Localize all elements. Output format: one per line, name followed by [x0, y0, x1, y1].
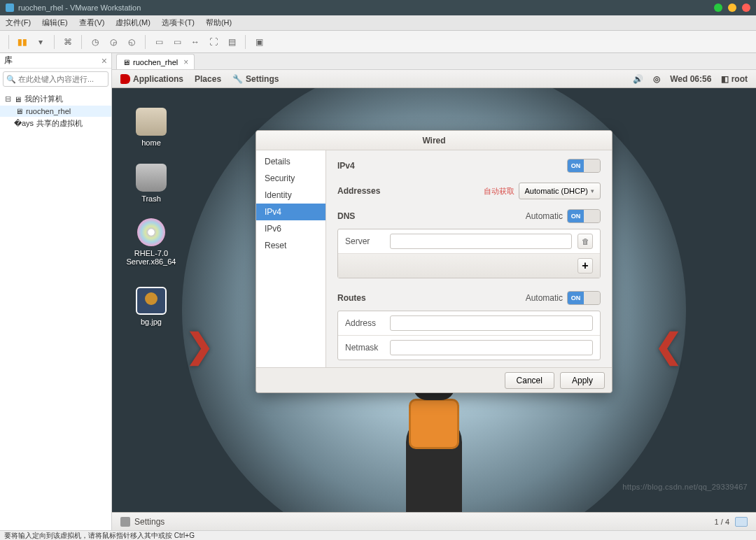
dns-server-label: Server: [345, 236, 384, 246]
fullscreen-button[interactable]: ▣: [251, 34, 267, 50]
tab-identity[interactable]: Identity: [256, 187, 326, 204]
menu-view[interactable]: 查看(V): [74, 17, 111, 28]
view-multiple-button[interactable]: ▤: [224, 34, 239, 50]
tree-shared-vms[interactable]: �ays 共享的虚拟机: [0, 117, 111, 130]
places-menu[interactable]: Places: [195, 74, 221, 84]
menu-tabs[interactable]: 选项卡(T): [156, 17, 200, 28]
wallpaper-arrow-left-icon: ❯: [186, 326, 214, 365]
status-text: 要将输入定向到该虚拟机，请将鼠标指针移入其中或按 Ctrl+G: [4, 531, 195, 541]
clock[interactable]: Wed 06:56: [670, 74, 711, 84]
snapshot-manage-button[interactable]: ◵: [124, 34, 139, 50]
view-fit-button[interactable]: ⛶: [206, 34, 221, 50]
view-console-button[interactable]: ▭: [151, 34, 167, 50]
power-dropdown[interactable]: ▾: [33, 34, 48, 50]
snapshot-revert-button[interactable]: ◶: [106, 34, 121, 50]
dns-panel: Server 🗑 +: [337, 229, 601, 278]
applications-menu[interactable]: Applications: [120, 74, 183, 84]
taskbar-settings[interactable]: Settings: [134, 517, 164, 527]
chevron-down-icon: ▾: [591, 187, 594, 194]
shared-icon: �ays: [14, 119, 34, 128]
desktop-trash-icon[interactable]: Trash: [123, 164, 179, 203]
dns-server-input[interactable]: [390, 234, 572, 249]
workspace-pager-label: 1 / 4: [715, 518, 729, 526]
dns-add-button[interactable]: +: [578, 258, 593, 273]
menu-file[interactable]: 文件(F): [0, 17, 36, 28]
library-close-icon[interactable]: ×: [102, 55, 107, 66]
dialog-content: IPv4 ON Addresses 自动获取: [326, 150, 612, 367]
desktop-home-icon[interactable]: home: [123, 108, 179, 147]
user-menu[interactable]: ◧ root: [721, 74, 748, 84]
gnome-top-bar: Applications Places 🔧 Settings 🔊 ◎ Wed 0…: [112, 70, 756, 88]
tab-ipv4[interactable]: IPv4: [256, 204, 326, 220]
routes-panel: Address Netmask: [337, 311, 601, 360]
menu-vm[interactable]: 虚拟机(M): [110, 17, 156, 28]
tab-reset[interactable]: Reset: [256, 237, 326, 254]
cancel-button[interactable]: Cancel: [505, 372, 554, 389]
window-title: ruochen_rhel - VMware Workstation: [18, 3, 141, 12]
apply-button[interactable]: Apply: [560, 372, 605, 389]
current-app-settings[interactable]: 🔧 Settings: [232, 74, 279, 84]
trash-icon: 🗑: [582, 237, 589, 246]
wrench-icon: [120, 517, 130, 527]
routes-auto-toggle[interactable]: ON: [567, 291, 601, 305]
accessibility-icon[interactable]: ◎: [653, 74, 660, 84]
route-address-label: Address: [345, 318, 384, 328]
library-tree: ⊟ 🖥 我的计算机 🖥 ruochen_rhel �ays 共享的虚拟机: [0, 90, 111, 133]
library-search[interactable]: 🔍 ▾: [3, 71, 108, 87]
snapshot-take-button[interactable]: ◷: [88, 34, 103, 50]
toolbar: ▮▮ ▾ ⌘ ◷ ◶ ◵ ▭ ▭ ↔ ⛶ ▤ ▣: [0, 31, 756, 53]
watermark: https://blog.csdn.net/qq_29339467: [622, 483, 748, 491]
search-icon: 🔍: [6, 75, 16, 84]
vm-tab-ruochen-rhel[interactable]: 🖥 ruochen_rhel ×: [116, 54, 195, 69]
library-panel: 库 × 🔍 ▾ ⊟ 🖥 我的计算机 🖥 ruochen_rhel �ays 共享…: [0, 53, 112, 530]
dns-auto-toggle[interactable]: ON: [567, 209, 601, 223]
desktop-cd-icon[interactable]: RHEL-7.0 Server.x86_64: [119, 218, 183, 266]
menu-help[interactable]: 帮助(H): [200, 17, 237, 28]
app-icon: [6, 3, 14, 12]
dialog-footer: Cancel Apply: [256, 367, 612, 392]
window-close-icon[interactable]: [742, 3, 750, 12]
volume-icon[interactable]: 🔊: [633, 74, 643, 84]
view-stretch-button[interactable]: ↔: [188, 34, 203, 50]
workspace-switcher[interactable]: [735, 517, 748, 527]
dns-delete-button[interactable]: 🗑: [578, 234, 593, 249]
trash-icon: [136, 164, 167, 192]
collapse-icon[interactable]: ⊟: [4, 94, 11, 104]
network-wired-dialog: Wired Details Security Identity IPv4 IPv…: [255, 130, 612, 393]
redhat-icon: [120, 74, 130, 84]
route-netmask-input[interactable]: [390, 340, 593, 355]
route-netmask-label: Netmask: [345, 343, 384, 353]
menu-edit[interactable]: 编辑(E): [36, 17, 74, 28]
os-title-bar: ruochen_rhel - VMware Workstation: [0, 0, 756, 15]
menu-bar: 文件(F) 编辑(E) 查看(V) 虚拟机(M) 选项卡(T) 帮助(H): [0, 15, 756, 31]
dns-auto-label: Automatic: [526, 211, 563, 221]
tab-details[interactable]: Details: [256, 153, 326, 170]
tree-my-computer[interactable]: ⊟ 🖥 我的计算机: [0, 92, 111, 106]
tree-vm-ruochen-rhel[interactable]: 🖥 ruochen_rhel: [0, 106, 111, 117]
library-search-input[interactable]: [18, 75, 115, 83]
view-unity-button[interactable]: ▭: [169, 34, 185, 50]
disc-icon: [137, 218, 165, 246]
monitor-icon: 🖥: [14, 95, 22, 104]
wallpaper-arrow-right-icon: ❮: [654, 326, 682, 365]
tab-security[interactable]: Security: [256, 170, 326, 187]
vm-tab-bar: 🖥 ruochen_rhel ×: [112, 53, 756, 70]
dialog-title: Wired: [256, 131, 612, 150]
ipv4-toggle[interactable]: ON: [567, 159, 601, 173]
wrench-icon: 🔧: [232, 74, 243, 84]
route-address-input[interactable]: [390, 315, 593, 331]
window-maximize-icon[interactable]: [728, 3, 736, 12]
image-icon: [136, 287, 167, 315]
tab-close-icon[interactable]: ×: [183, 57, 188, 67]
guest-desktop[interactable]: ❯ ❮ home Trash RHEL-7.0 Server.x86_64: [112, 88, 756, 512]
desktop-image-icon[interactable]: bg.jpg: [123, 287, 179, 326]
window-minimize-icon[interactable]: [714, 3, 722, 12]
tab-ipv6[interactable]: IPv6: [256, 220, 326, 237]
addresses-mode-select[interactable]: Automatic (DHCP) ▾: [519, 183, 601, 199]
dialog-sidebar: Details Security Identity IPv4 IPv6 Rese…: [256, 150, 326, 367]
ipv4-heading: IPv4: [337, 161, 355, 171]
pause-button[interactable]: ▮▮: [15, 34, 30, 50]
library-title: 库: [4, 55, 13, 66]
send-ctrl-alt-del-button[interactable]: ⌘: [60, 34, 76, 50]
tab-vm-icon: 🖥: [122, 58, 130, 66]
